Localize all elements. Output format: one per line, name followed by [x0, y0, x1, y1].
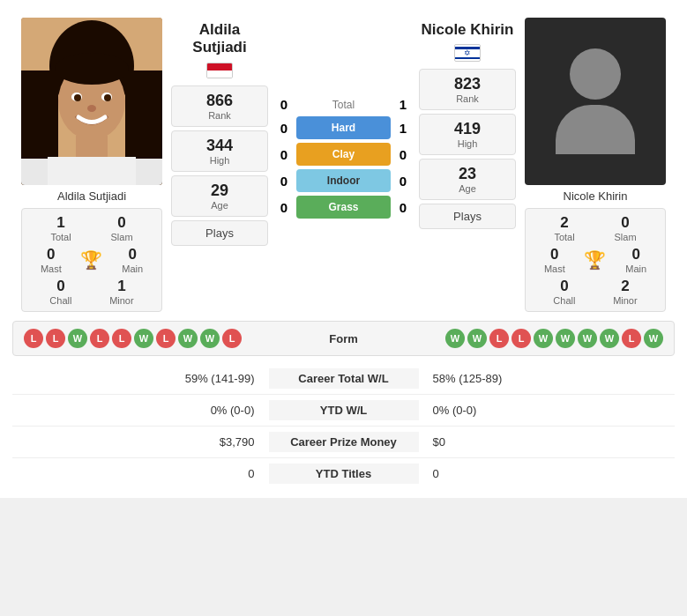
player-left-plays-label: Plays — [181, 226, 258, 240]
player-right-rank-label: Rank — [429, 93, 506, 104]
player-right-main-val: 0 — [631, 246, 639, 263]
player-left-slam-val: 0 — [117, 214, 125, 232]
trophy-left-icon: 🏆 — [80, 249, 102, 271]
player-left-chall-val: 0 — [56, 278, 64, 295]
player-right-slam-label: Slam — [615, 232, 637, 242]
svg-point-4 — [55, 53, 129, 85]
flag-israel: ✡ — [419, 44, 516, 62]
player-left-photo — [21, 18, 162, 185]
player-right-minor-val: 2 — [621, 278, 629, 295]
svg-point-7 — [74, 94, 81, 101]
hard-score-right: 1 — [391, 121, 415, 136]
titles-left: 0 — [12, 467, 269, 480]
player-right-mast-val: 0 — [550, 246, 558, 263]
player-right-rank-val: 823 — [429, 75, 506, 93]
form-badge-w4: W — [200, 329, 220, 348]
career-wl-label: Career Total W/L — [269, 368, 419, 389]
form-r-badge-w7: W — [644, 329, 663, 348]
player-left-rank-val: 866 — [181, 92, 258, 110]
player-right-plays-label: Plays — [429, 210, 506, 223]
svg-rect-14 — [48, 157, 136, 185]
form-badge-l4: L — [112, 329, 131, 348]
clay-score-left: 0 — [272, 147, 296, 162]
grass-court-btn[interactable]: Grass — [296, 196, 391, 219]
player-left-total-label: Total — [50, 232, 71, 242]
right-player-name-center: Nicole Khirin — [419, 21, 516, 39]
player-left-rank-label: Rank — [181, 110, 258, 121]
player-left-total-val: 1 — [56, 214, 64, 232]
ytd-wl-label: YTD W/L — [269, 400, 419, 420]
grass-score-right: 0 — [391, 200, 415, 215]
form-center-label: Form — [309, 332, 379, 345]
form-right: W W L L W W W W L W — [379, 329, 664, 348]
form-badge-l1: L — [24, 329, 43, 348]
titles-right: 0 — [419, 467, 676, 480]
player-left-high-val: 344 — [181, 137, 258, 155]
player-right-high-val: 419 — [429, 120, 506, 138]
hard-court-btn[interactable]: Hard — [296, 116, 391, 139]
player-left-main-val: 0 — [128, 246, 136, 263]
prize-right: $0 — [419, 435, 676, 449]
player-left-age-label: Age — [181, 200, 258, 211]
player-left-high-label: High — [181, 155, 258, 166]
form-badge-w2: W — [134, 329, 153, 348]
form-r-badge-w2: W — [467, 329, 487, 348]
player-left-chall-label: Chall — [49, 295, 71, 306]
player-right-mast-label: Mast — [544, 263, 565, 274]
ytd-wl-left: 0% (0-0) — [12, 404, 269, 417]
player-left-mast-label: Mast — [41, 263, 62, 274]
player-right-photo — [525, 18, 666, 185]
prize-label: Career Prize Money — [269, 432, 419, 452]
indoor-score-left: 0 — [272, 174, 296, 189]
player-right-main-label: Main — [625, 263, 646, 274]
indoor-score-right: 0 — [391, 174, 415, 189]
player-left-minor-val: 1 — [117, 278, 125, 295]
prize-left: $3,790 — [12, 435, 269, 449]
player-right-name-label: Nicole Khirin — [564, 189, 628, 203]
form-badge-l2: L — [46, 329, 65, 348]
player-right-high-label: High — [429, 138, 506, 149]
form-r-badge-l1: L — [489, 329, 509, 348]
form-r-badge-w4: W — [556, 329, 575, 348]
form-r-badge-l2: L — [512, 329, 531, 348]
clay-court-btn[interactable]: Clay — [296, 143, 391, 166]
player-left-age-val: 29 — [181, 182, 258, 200]
svg-point-9 — [87, 105, 96, 112]
hard-score-left: 0 — [272, 121, 296, 136]
form-badge-w1: W — [68, 329, 87, 348]
form-left: L L W L L W L W W L — [24, 329, 309, 348]
player-left-mast-val: 0 — [47, 246, 55, 263]
player-right-slam-val: 0 — [621, 214, 629, 232]
total-score-right: 1 — [391, 97, 415, 112]
form-badge-l3: L — [90, 329, 109, 348]
svg-point-8 — [104, 94, 111, 101]
player-left-main-label: Main — [122, 263, 143, 274]
career-wl-right: 58% (125-89) — [419, 372, 676, 385]
player-right-minor-label: Minor — [613, 295, 638, 306]
player-right-chall-val: 0 — [560, 278, 568, 295]
form-section: L L W L L W L W W L Form W W L L W W W W… — [12, 321, 675, 356]
career-wl-left: 59% (141-99) — [12, 372, 269, 385]
player-left-slam-label: Slam — [111, 232, 133, 242]
ytd-wl-right: 0% (0-0) — [419, 404, 676, 417]
form-badge-l6: L — [222, 329, 242, 348]
player-right-total-label: Total — [554, 232, 574, 242]
left-player-name-center: Aldila Sutjiadi — [171, 21, 268, 57]
player-right-chall-label: Chall — [553, 295, 575, 306]
total-score-left: 0 — [272, 97, 296, 112]
form-r-badge-l3: L — [622, 329, 641, 348]
form-r-badge-w1: W — [445, 329, 465, 348]
player-right-age-val: 23 — [429, 165, 506, 183]
form-badge-w3: W — [178, 329, 198, 348]
form-r-badge-w3: W — [534, 329, 553, 348]
player-right-age-label: Age — [429, 183, 506, 194]
clay-score-right: 0 — [391, 147, 415, 162]
trophy-right-icon: 🏆 — [584, 249, 606, 271]
flag-indonesia — [171, 63, 268, 78]
indoor-court-btn[interactable]: Indoor — [296, 169, 391, 192]
total-label: Total — [296, 99, 391, 111]
form-r-badge-w5: W — [578, 329, 597, 348]
player-right-total-val: 2 — [560, 214, 568, 232]
player-left-name-label: Aldila Sutjiadi — [57, 189, 126, 203]
stats-table: 59% (141-99) Career Total W/L 58% (125-8… — [12, 363, 675, 489]
